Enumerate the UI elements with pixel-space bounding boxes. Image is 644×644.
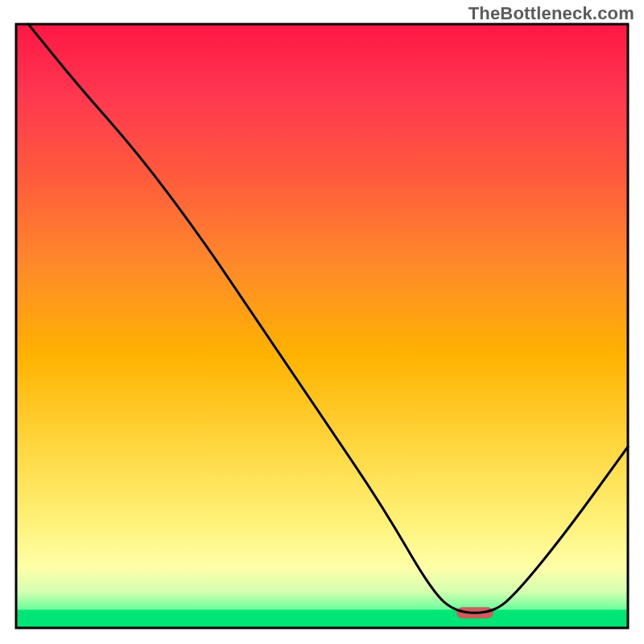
watermark-text: TheBottleneck.com [469, 3, 634, 24]
chart-container: { "watermark": "TheBottleneck.com", "cha… [0, 0, 644, 644]
chart-svg [0, 0, 644, 644]
gradient-background [16, 24, 628, 628]
green-band [16, 610, 628, 629]
